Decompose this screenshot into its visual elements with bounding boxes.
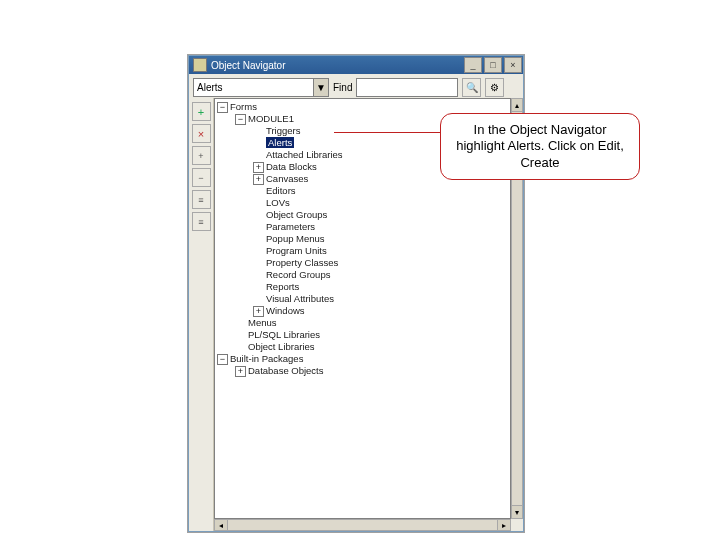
tree-node[interactable]: −Forms xyxy=(217,101,508,113)
expand-icon[interactable]: + xyxy=(253,174,264,185)
instruction-callout: In the Object Navigator highlight Alerts… xyxy=(440,113,640,180)
collapse-icon[interactable]: − xyxy=(217,354,228,365)
delete-button[interactable]: × xyxy=(192,124,211,143)
tree-node[interactable]: Visual Attributes xyxy=(253,293,508,305)
tree-node[interactable]: PL/SQL Libraries xyxy=(235,329,508,341)
minimize-button[interactable]: _ xyxy=(464,57,482,73)
toolbar: Alerts ▼ Find 🔍 ⚙ xyxy=(189,74,523,101)
tree-node-label: LOVs xyxy=(266,197,290,208)
tree-node-label: Forms xyxy=(230,101,257,112)
tree-node-label: Triggers xyxy=(266,125,301,136)
combo-value: Alerts xyxy=(197,82,223,93)
callout-text: In the Object Navigator highlight Alerts… xyxy=(456,122,624,170)
tree-node-label: Alerts xyxy=(266,137,294,148)
tree-node[interactable]: Editors xyxy=(253,185,508,197)
tree-node-label: Data Blocks xyxy=(266,161,317,172)
chevron-down-icon[interactable]: ▼ xyxy=(313,79,328,96)
tree-node[interactable]: Menus xyxy=(235,317,508,329)
create-button[interactable]: + xyxy=(192,102,211,121)
tree-node[interactable]: Property Classes xyxy=(253,257,508,269)
expand-icon[interactable]: + xyxy=(253,306,264,317)
tree-node[interactable]: Reports xyxy=(253,281,508,293)
tree-node-label: Popup Menus xyxy=(266,233,325,244)
tree-node-label: Visual Attributes xyxy=(266,293,334,304)
collapse-button[interactable]: − xyxy=(192,168,211,187)
app-icon xyxy=(193,58,207,72)
collapse-all-button[interactable]: ≡ xyxy=(192,212,211,231)
tree-node-label: Editors xyxy=(266,185,296,196)
tree-node[interactable]: Object Groups xyxy=(253,209,508,221)
tree-node-label: Object Groups xyxy=(266,209,327,220)
tree-node[interactable]: Object Libraries xyxy=(235,341,508,353)
tree-node-label: Program Units xyxy=(266,245,327,256)
expand-button[interactable]: + xyxy=(192,146,211,165)
horizontal-scrollbar[interactable]: ◂ ▸ xyxy=(214,519,511,531)
tree-node-label: MODULE1 xyxy=(248,113,294,124)
tree-node[interactable]: +Database Objects xyxy=(235,365,508,377)
tree-node-label: Property Classes xyxy=(266,257,338,268)
tree-node[interactable]: LOVs xyxy=(253,197,508,209)
window-title: Object Navigator xyxy=(211,60,463,71)
tree-node-label: Object Libraries xyxy=(248,341,315,352)
scroll-up-icon[interactable]: ▴ xyxy=(512,99,522,112)
scroll-down-icon[interactable]: ▾ xyxy=(512,505,522,518)
close-button[interactable]: × xyxy=(504,57,522,73)
tool-button[interactable]: ⚙ xyxy=(485,78,504,97)
collapse-icon[interactable]: − xyxy=(217,102,228,113)
tree-node[interactable]: −Built-in Packages xyxy=(217,353,508,365)
collapse-icon[interactable]: − xyxy=(235,114,246,125)
tree-node[interactable]: +Windows xyxy=(253,305,508,317)
tree-node-label: Record Groups xyxy=(266,269,330,280)
tree-node-label: Attached Libraries xyxy=(266,149,343,160)
tree-node[interactable]: Program Units xyxy=(253,245,508,257)
expand-icon[interactable]: + xyxy=(235,366,246,377)
maximize-button[interactable]: □ xyxy=(484,57,502,73)
tree-node-label: Canvases xyxy=(266,173,308,184)
expand-all-button[interactable]: ≡ xyxy=(192,190,211,209)
tree-node-label: Menus xyxy=(248,317,277,328)
scroll-left-icon[interactable]: ◂ xyxy=(215,520,228,530)
scroll-right-icon[interactable]: ▸ xyxy=(497,520,510,530)
tree-node[interactable]: Popup Menus xyxy=(253,233,508,245)
tree-node[interactable]: Parameters xyxy=(253,221,508,233)
tree-node-label: Database Objects xyxy=(248,365,324,376)
tree-node-label: Built-in Packages xyxy=(230,353,303,364)
tree-node[interactable]: Record Groups xyxy=(253,269,508,281)
expand-icon[interactable]: + xyxy=(253,162,264,173)
tree-node-label: Reports xyxy=(266,281,299,292)
callout-leader-line xyxy=(334,132,442,133)
tree-node-label: Parameters xyxy=(266,221,315,232)
titlebar[interactable]: Object Navigator _ □ × xyxy=(189,56,523,74)
search-icon[interactable]: 🔍 xyxy=(462,78,481,97)
find-input[interactable] xyxy=(356,78,458,97)
side-toolbar: + × + − ≡ ≡ xyxy=(189,98,214,531)
find-label: Find xyxy=(333,82,352,93)
object-type-combo[interactable]: Alerts ▼ xyxy=(193,78,329,97)
tree-node-label: Windows xyxy=(266,305,305,316)
tree-node-label: PL/SQL Libraries xyxy=(248,329,320,340)
